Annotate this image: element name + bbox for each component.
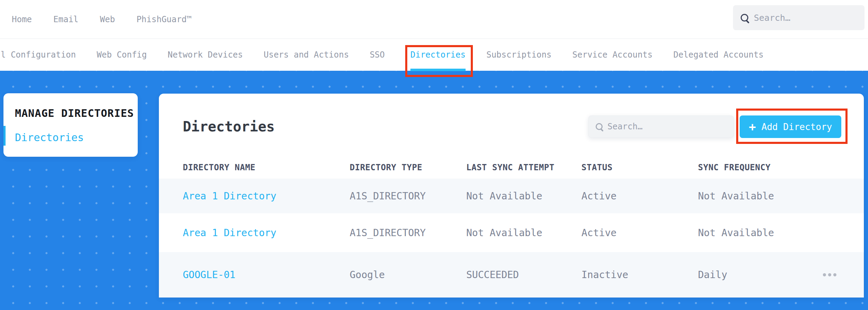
sidebar-item-directories[interactable]: Directories — [15, 131, 84, 144]
top-nav-email[interactable]: Email — [53, 15, 78, 24]
workspace-background: MANAGE DIRECTORIES Directories Directori… — [0, 71, 868, 310]
directory-name-link[interactable]: Area 1 Directory — [183, 190, 350, 202]
settings-tab-bar: l Configuration Web Config Network Devic… — [0, 39, 868, 71]
column-header-last-sync-attempt: LAST SYNC ATTEMPT — [466, 163, 581, 172]
sync-frequency-cell: Not Available — [698, 190, 823, 202]
directory-type-cell: Google — [350, 269, 466, 281]
tab-network-devices[interactable]: Network Devices — [168, 39, 243, 71]
active-item-indicator — [3, 126, 6, 146]
tab-subscriptions[interactable]: Subscriptions — [486, 39, 552, 71]
add-directory-button[interactable]: + Add Directory — [740, 115, 841, 138]
top-nav-bar: Home Email Web PhishGuard™ — [0, 0, 868, 39]
directory-type-cell: A1S_DIRECTORY — [350, 227, 466, 239]
directories-card: Directories + Add Directory DIRECTORY NA… — [159, 94, 864, 298]
sync-frequency-cell: Not Available — [698, 227, 823, 239]
top-nav: Home Email Web PhishGuard™ — [0, 15, 192, 24]
top-nav-web[interactable]: Web — [100, 15, 115, 24]
top-nav-phishguard[interactable]: PhishGuard™ — [136, 15, 192, 24]
table-row: Area 1 Directory A1S_DIRECTORY Not Avail… — [159, 179, 864, 213]
last-sync-cell: Not Available — [466, 227, 581, 239]
global-search-input[interactable] — [754, 13, 865, 23]
plus-icon: + — [749, 121, 756, 133]
status-cell: Inactive — [581, 269, 698, 281]
tab-delegated-accounts[interactable]: Delegated Accounts — [673, 39, 764, 71]
directory-type-cell: A1S_DIRECTORY — [350, 190, 466, 202]
directories-search-input[interactable] — [607, 122, 733, 131]
top-nav-home[interactable]: Home — [12, 15, 32, 24]
manage-directories-card: MANAGE DIRECTORIES Directories — [3, 93, 138, 157]
table-body: Area 1 Directory A1S_DIRECTORY Not Avail… — [159, 179, 864, 298]
directory-name-link[interactable]: GOOGLE-01 — [183, 269, 350, 281]
directories-search — [588, 115, 734, 138]
tab-users-and-actions[interactable]: Users and Actions — [264, 39, 349, 71]
column-header-status: STATUS — [581, 163, 698, 172]
table-row: GOOGLE-01 Google SUCCEEDED Inactive Dail… — [159, 252, 864, 298]
table-header: DIRECTORY NAME DIRECTORY TYPE LAST SYNC … — [159, 156, 864, 179]
sync-frequency-cell: Daily — [698, 269, 823, 281]
tab-directories[interactable]: Directories — [410, 39, 466, 71]
column-header-sync-frequency: SYNC FREQUENCY — [698, 163, 823, 172]
tab-email-configuration[interactable]: l Configuration — [1, 39, 76, 71]
column-header-directory-type: DIRECTORY TYPE — [350, 163, 466, 172]
tab-service-accounts[interactable]: Service Accounts — [572, 39, 653, 71]
screen: Home Email Web PhishGuard™ l Configurati… — [0, 0, 868, 310]
tab-sso[interactable]: SSO — [370, 39, 385, 71]
table-row: Area 1 Directory A1S_DIRECTORY Not Avail… — [159, 213, 864, 252]
add-directory-label: Add Directory — [761, 122, 832, 132]
column-header-directory-name: DIRECTORY NAME — [183, 163, 350, 172]
tab-web-config[interactable]: Web Config — [97, 39, 147, 71]
search-icon — [596, 123, 603, 130]
last-sync-cell: SUCCEEDED — [466, 269, 581, 281]
sidebar-card-title: MANAGE DIRECTORIES — [15, 107, 134, 119]
search-icon — [741, 14, 748, 21]
last-sync-cell: Not Available — [466, 190, 581, 202]
global-search — [733, 5, 865, 30]
page-title: Directories — [183, 119, 275, 135]
status-cell: Active — [581, 190, 698, 202]
tab-directories-label: Directories — [410, 50, 466, 60]
status-cell: Active — [581, 227, 698, 239]
directory-name-link[interactable]: Area 1 Directory — [183, 227, 350, 239]
row-menu-icon[interactable] — [823, 273, 837, 276]
